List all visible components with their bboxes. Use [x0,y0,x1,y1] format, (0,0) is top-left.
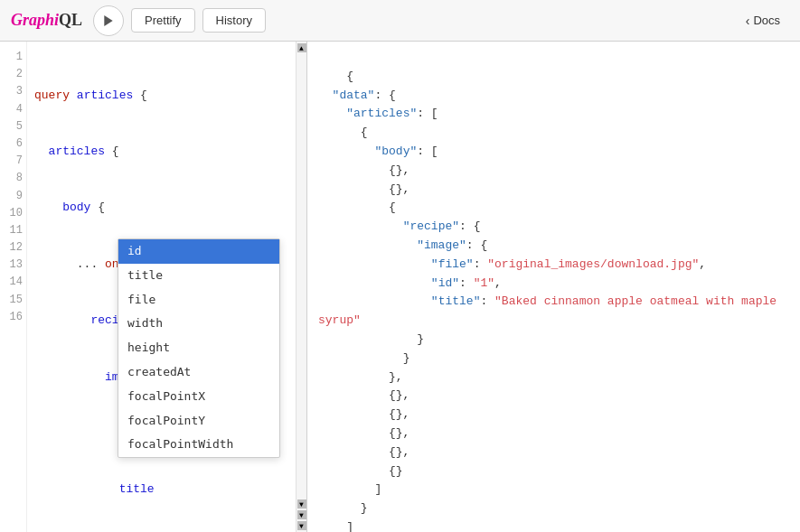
logo-graph: Graph [11,11,54,29]
main-layout: 1 2 3 4 5 6 7 8 9 10 11 12 13 14 15 16 q… [0,42,800,532]
autocomplete-item-title[interactable]: title [118,264,279,288]
line-num: 7 [4,153,23,170]
line-numbers: 1 2 3 4 5 6 7 8 9 10 11 12 13 14 15 16 [0,42,27,532]
line-num: 9 [4,188,23,205]
logo-ql: QL [59,11,82,29]
line-num: 13 [4,257,23,274]
line-num: 1 [4,49,23,66]
result-pane: { "data": { "articles": [ { "body": [ {}… [307,42,800,532]
autocomplete-item-focalPointX[interactable]: focalPointX [118,385,279,409]
line-num: 16 [4,309,23,326]
svg-marker-0 [104,15,112,26]
line-num: 8 [4,170,23,187]
code-line-2: articles { [34,143,299,162]
prettify-button[interactable]: Prettify [131,8,194,33]
scroll-up-arrow[interactable]: ▲ [297,43,306,52]
history-button[interactable]: History [202,8,266,33]
line-num: 11 [4,222,23,239]
line-num: 15 [4,292,23,309]
chevron-left-icon: ‹ [746,14,750,28]
line-num: 10 [4,205,23,222]
autocomplete-item-id[interactable]: id [118,239,279,264]
line-num: 14 [4,274,23,291]
scroll-down-arrow-3[interactable]: ▼ [297,521,306,530]
editor-pane[interactable]: 1 2 3 4 5 6 7 8 9 10 11 12 13 14 15 16 q… [0,42,307,532]
docs-label: Docs [753,14,780,27]
autocomplete-item-width[interactable]: width [118,312,279,336]
docs-button[interactable]: ‹ Docs [737,9,789,33]
code-line-8: title [34,481,299,499]
line-num: 3 [4,83,23,100]
line-num: 5 [4,118,23,135]
run-button[interactable] [93,5,124,36]
code-line-1: query articles { [34,87,299,106]
autocomplete-item-file[interactable]: file [118,288,279,313]
scroll-down-arrow-1[interactable]: ▼ [297,499,306,509]
line-num: 4 [4,101,23,118]
logo: GraphiQL [11,11,82,30]
line-num: 6 [4,135,23,153]
autocomplete-item-focalPointWidth[interactable]: focalPointWidth [118,433,279,457]
editor-scrollbar[interactable]: ▲ ▼ ▼ ▼ [296,42,306,532]
line-num: 2 [4,66,23,83]
code-line-3: body { [34,199,299,218]
autocomplete-item-height[interactable]: height [118,336,279,360]
autocomplete-item-createdAt[interactable]: createdAt [118,360,279,385]
scroll-down-arrow-2[interactable]: ▼ [297,510,306,519]
line-num: 12 [4,239,23,257]
result-content: { "data": { "articles": [ { "body": [ {}… [318,70,776,532]
header: GraphiQL Prettify History ‹ Docs [0,0,800,42]
autocomplete-dropdown[interactable]: id title file width height createdAt foc… [118,238,280,458]
autocomplete-item-focalPointY[interactable]: focalPointY [118,409,279,434]
